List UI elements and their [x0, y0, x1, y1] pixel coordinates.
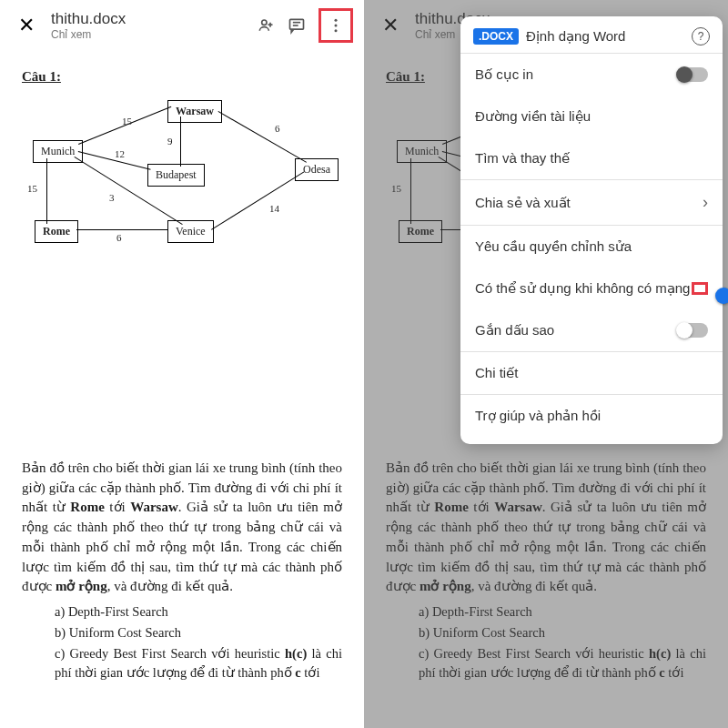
svg-rect-3: [290, 19, 304, 29]
edge-label: 15: [122, 115, 132, 129]
menu-request-edit[interactable]: Yêu cầu quyền chỉnh sửa: [460, 225, 723, 268]
node-venice: Venice: [167, 220, 214, 243]
document-content: Câu 1: Warsaw Munich Budapest Odesa Rome…: [0, 51, 364, 701]
menu-find-replace[interactable]: Tìm và thay thế: [460, 137, 723, 179]
edge-label: 3: [109, 191, 115, 206]
toggle-star[interactable]: [677, 323, 708, 338]
edge-label: 6: [116, 231, 122, 246]
chevron-right-icon: ›: [703, 193, 708, 212]
option-b: b) Uniform Cost Search: [55, 623, 342, 642]
node-odesa: Odesa: [295, 158, 339, 181]
menu-title: Định dạng Word: [526, 28, 684, 45]
document-title: thithu.docx: [51, 10, 257, 28]
overflow-menu: .DOCX Định dạng Word ? Bố cục in Đường v…: [460, 16, 723, 444]
left-panel: ✕ thithu.docx Chỉ xem Câu 1:: [0, 0, 364, 728]
close-icon[interactable]: ✕: [11, 10, 42, 41]
svg-point-7: [335, 25, 338, 27]
view-mode-label: Chỉ xem: [51, 28, 257, 41]
node-budapest: Budapest: [147, 164, 205, 187]
help-icon[interactable]: ?: [692, 27, 710, 46]
edge-label: 15: [27, 182, 37, 197]
question-paragraph: Bản đồ trên cho biết thời gian lái xe tr…: [22, 459, 342, 597]
menu-document-outline[interactable]: Đường viền tài liệu: [460, 96, 723, 137]
edge-label: 12: [115, 147, 125, 162]
edge-label: 9: [167, 135, 173, 149]
node-munich: Munich: [33, 140, 83, 163]
highlight-box: [692, 282, 708, 295]
option-a: a) Depth-First Search: [55, 602, 342, 622]
graph-diagram: Warsaw Munich Budapest Odesa Rome Venice…: [22, 95, 342, 277]
app-header: ✕ thithu.docx Chỉ xem: [0, 0, 364, 51]
node-rome: Rome: [35, 220, 78, 243]
edge-label: 6: [275, 122, 280, 136]
menu-header: .DOCX Định dạng Word ?: [460, 16, 723, 53]
menu-print-layout[interactable]: Bố cục in: [460, 53, 723, 96]
more-menu-icon[interactable]: [318, 8, 353, 43]
title-block: thithu.docx Chỉ xem: [51, 10, 257, 41]
option-c: c) Greedy Best First Search với heuristi…: [55, 644, 342, 682]
answer-options: a) Depth-First Search b) Uniform Cost Se…: [22, 602, 342, 682]
svg-point-0: [262, 20, 267, 25]
svg-point-8: [335, 29, 338, 32]
menu-details[interactable]: Chi tiết: [460, 351, 723, 394]
comment-icon[interactable]: [288, 16, 306, 35]
edge-label: 14: [269, 202, 279, 217]
menu-help-feedback[interactable]: Trợ giúp và phản hồi: [460, 394, 723, 437]
docx-badge: .DOCX: [473, 28, 519, 45]
node-warsaw: Warsaw: [167, 100, 222, 123]
right-panel: ✕ thithu.docx Chỉ xem Câu 1: Munich Rome…: [364, 0, 728, 728]
svg-point-6: [335, 19, 338, 22]
toggle-print-layout[interactable]: [677, 67, 708, 82]
share-person-icon[interactable]: [257, 16, 275, 35]
menu-star[interactable]: Gắn dấu sao: [460, 309, 723, 351]
menu-available-offline[interactable]: Có thể sử dụng khi không có mạng: [460, 268, 723, 309]
question-label: Câu 1:: [22, 67, 342, 87]
menu-share-export[interactable]: Chia sẻ và xuất ›: [460, 179, 723, 225]
